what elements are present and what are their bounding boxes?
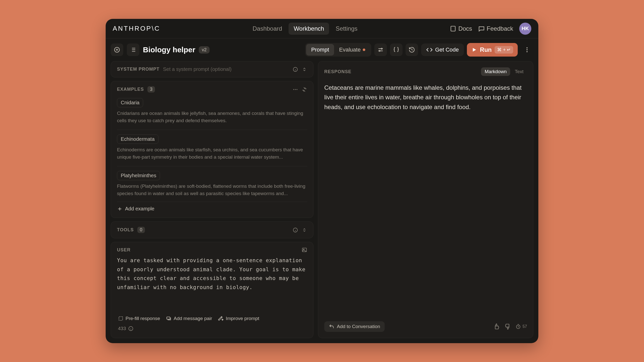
svg-rect-15: [167, 317, 170, 319]
list-button[interactable]: [127, 43, 139, 56]
evaluate-tab[interactable]: Evaluate: [334, 44, 370, 56]
svg-point-9: [295, 89, 296, 90]
response-label: RESPONSE: [324, 69, 351, 74]
evaluate-label: Evaluate: [339, 47, 361, 53]
history-icon: [409, 47, 415, 53]
info-icon[interactable]: [128, 326, 134, 331]
new-button[interactable]: [111, 43, 123, 56]
tools-label: TOOLS: [117, 227, 134, 233]
addpair-icon: [166, 316, 172, 321]
latency: 57: [515, 324, 527, 329]
prompt-tab[interactable]: Prompt: [306, 44, 334, 56]
markdown-view[interactable]: Markdown: [481, 67, 510, 76]
svg-rect-14: [119, 317, 123, 321]
token-value: 433: [118, 326, 126, 331]
sliders-icon: [377, 47, 384, 53]
run-shortcut: ⌘ + ↵: [495, 46, 513, 54]
svg-point-10: [297, 89, 298, 90]
sliders-button[interactable]: [374, 43, 387, 56]
docs-icon: [450, 25, 456, 32]
getcode-button[interactable]: Get Code: [421, 43, 464, 56]
run-button[interactable]: Run ⌘ + ↵: [467, 43, 518, 57]
thumbs-up-icon[interactable]: [493, 323, 500, 330]
example-item[interactable]: Echinodermata Echinoderms are ocean anim…: [117, 130, 307, 165]
svg-rect-0: [451, 26, 455, 31]
thumbs-down-icon[interactable]: [504, 323, 511, 330]
example-desc: Flatworms (Platyhelminthes) are soft-bod…: [117, 183, 307, 197]
info-icon[interactable]: [293, 227, 298, 233]
improve-label: Improve prompt: [226, 316, 259, 321]
svg-point-8: [293, 89, 294, 90]
tools-card[interactable]: TOOLS 0: [111, 221, 313, 238]
expand-icon[interactable]: [302, 227, 307, 233]
view-toggle: Markdown Text: [481, 67, 527, 76]
plus-icon: [114, 47, 120, 53]
system-prompt-label: SYSTEM PROMPT: [117, 67, 159, 72]
feedback-label: Feedback: [487, 25, 513, 32]
add-conversation-button[interactable]: Add to Conversation: [324, 321, 385, 332]
docs-link[interactable]: Docs: [450, 25, 472, 32]
expand-icon[interactable]: [302, 67, 307, 72]
getcode-label: Get Code: [435, 47, 459, 53]
addpair-label: Add message pair: [174, 316, 212, 321]
token-count: 433: [117, 324, 307, 333]
collapse-icon[interactable]: [302, 87, 307, 92]
text-view[interactable]: Text: [511, 67, 527, 76]
plus-icon: [117, 206, 123, 212]
svg-point-3: [379, 50, 380, 51]
more-button[interactable]: [521, 43, 533, 56]
more-horizontal-icon[interactable]: [293, 87, 298, 92]
nav-dashboard[interactable]: Dashboard: [248, 23, 287, 35]
system-prompt-card[interactable]: SYSTEM PROMPT Set a system prompt (optio…: [111, 61, 313, 77]
version-badge[interactable]: v2: [199, 46, 210, 54]
topbar: ANTHROP\C Dashboard Workbench Settings D…: [106, 19, 538, 38]
response-body: Cetaceans are marine mammals like whales…: [324, 83, 527, 112]
avatar[interactable]: HK: [519, 23, 531, 35]
evaluate-indicator: [363, 49, 365, 51]
example-desc: Cnidarians are ocean animals like jellyf…: [117, 110, 307, 124]
play-icon: [471, 47, 477, 53]
example-tag: Echinodermata: [117, 134, 158, 144]
image-icon[interactable]: [302, 247, 307, 253]
nav-right: Docs Feedback HK: [450, 23, 531, 35]
history-button[interactable]: [406, 43, 418, 56]
examples-card: EXAMPLES 3 Cnidaria Cnidarians are ocean…: [111, 81, 313, 218]
page-title[interactable]: Biology helper: [143, 46, 195, 54]
example-desc: Echinoderms are ocean animals like starf…: [117, 146, 307, 161]
feedback-link[interactable]: Feedback: [478, 25, 513, 32]
toolbar: Biology helper v2 Prompt Evaluate: [106, 38, 538, 61]
example-item[interactable]: Cnidaria Cnidarians are ocean animals li…: [117, 96, 307, 129]
add-example-button[interactable]: Add example: [117, 202, 307, 213]
response-panel: RESPONSE Markdown Text Cetaceans are mar…: [318, 61, 533, 338]
info-icon[interactable]: [293, 67, 298, 72]
system-prompt-placeholder: Set a system prompt (optional): [163, 66, 231, 72]
example-tag: Cnidaria: [117, 98, 143, 107]
footer-right: 57: [493, 323, 527, 330]
svg-point-6: [527, 51, 528, 52]
addpair-button[interactable]: Add message pair: [166, 316, 212, 321]
nav-workbench[interactable]: Workbench: [289, 23, 329, 35]
list-icon: [130, 47, 136, 53]
add-example-label: Add example: [125, 206, 154, 212]
nav-settings[interactable]: Settings: [331, 23, 363, 35]
improve-button[interactable]: Improve prompt: [218, 316, 259, 321]
svg-point-2: [381, 48, 382, 49]
braces-button[interactable]: [390, 43, 403, 56]
title-area: Biology helper v2: [143, 46, 210, 54]
latency-value: 57: [522, 324, 527, 329]
run-label: Run: [480, 46, 492, 53]
timer-icon: [515, 324, 521, 329]
example-tag: Platyhelminthes: [117, 171, 160, 180]
prefill-button[interactable]: Pre-fill response: [118, 316, 160, 321]
logo: ANTHROP\C: [113, 25, 160, 32]
app-window: ANTHROP\C Dashboard Workbench Settings D…: [106, 19, 538, 343]
improve-icon: [218, 316, 224, 321]
prefill-label: Pre-fill response: [126, 316, 160, 321]
bottom-actions: Pre-fill response Add message pair Impro…: [117, 313, 307, 324]
toolbar-right: Prompt Evaluate Get Code Run: [305, 43, 533, 57]
example-list: Cnidaria Cnidarians are ocean animals li…: [117, 96, 307, 202]
user-card: USER You are tasked with providing a one…: [111, 242, 313, 338]
example-item[interactable]: Platyhelminthes Flatworms (Platyhelminth…: [117, 166, 307, 202]
content: SYSTEM PROMPT Set a system prompt (optio…: [106, 61, 538, 343]
user-text[interactable]: You are tasked with providing a one-sent…: [117, 256, 307, 292]
